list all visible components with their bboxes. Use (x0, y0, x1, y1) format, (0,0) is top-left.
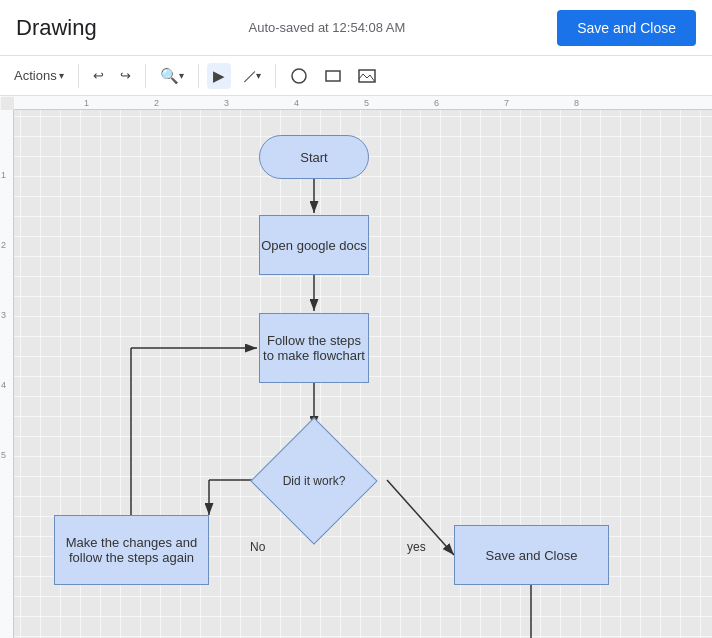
svg-rect-1 (326, 71, 340, 81)
shape-save-close-label: Save and Close (486, 548, 578, 563)
shape-decision[interactable]: Did it work? (269, 428, 359, 533)
toolbar-separator-2 (145, 64, 146, 88)
shape-icon (290, 67, 308, 85)
textbox-tool-button[interactable] (318, 63, 348, 89)
actions-label: Actions (14, 68, 57, 83)
autosave-status: Auto-saved at 12:54:08 AM (97, 20, 557, 35)
image-tool-button[interactable] (352, 63, 382, 89)
flowchart-canvas: Start Open google docs Follow the steps … (14, 110, 712, 638)
svg-point-0 (292, 69, 306, 83)
line-tool-button[interactable]: — ▾ (235, 63, 267, 88)
actions-menu-button[interactable]: Actions ▾ (8, 64, 70, 87)
shape-decision-label: Did it work? (283, 474, 346, 488)
actions-chevron-icon: ▾ (59, 70, 64, 81)
redo-icon: ↪ (120, 68, 131, 83)
select-tool-button[interactable]: ▶ (207, 63, 231, 89)
toolbar-separator-4 (275, 64, 276, 88)
save-close-button[interactable]: Save and Close (557, 10, 696, 46)
shape-make-changes[interactable]: Make the changes and follow the steps ag… (54, 515, 209, 585)
shape-open-docs-label: Open google docs (261, 238, 367, 253)
undo-icon: ↩ (93, 68, 104, 83)
shape-make-changes-label: Make the changes and follow the steps ag… (55, 535, 208, 565)
zoom-chevron-icon: ▾ (179, 70, 184, 81)
shape-follow-steps[interactable]: Follow the steps to make flowchart (259, 313, 369, 383)
shape-start-label: Start (300, 150, 327, 165)
line-icon: — (237, 64, 260, 87)
no-label: No (250, 540, 265, 554)
redo-button[interactable]: ↪ (114, 64, 137, 87)
zoom-icon: 🔍 (160, 67, 179, 85)
yes-label: yes (407, 540, 426, 554)
toolbar-separator-3 (198, 64, 199, 88)
canvas-area[interactable]: 1 2 3 4 5 6 7 8 1 2 3 4 5 (0, 96, 712, 638)
toolbar-separator-1 (78, 64, 79, 88)
textbox-icon (324, 67, 342, 85)
ruler-vertical: 1 2 3 4 5 (0, 110, 14, 638)
shape-follow-steps-label: Follow the steps to make flowchart (260, 333, 368, 363)
undo-button[interactable]: ↩ (87, 64, 110, 87)
image-icon (358, 67, 376, 85)
shape-tool-button[interactable] (284, 63, 314, 89)
shape-start[interactable]: Start (259, 135, 369, 179)
page-title: Drawing (16, 15, 97, 41)
select-icon: ▶ (213, 67, 225, 85)
zoom-button[interactable]: 🔍 ▾ (154, 63, 190, 89)
shape-save-close[interactable]: Save and Close (454, 525, 609, 585)
ruler-horizontal: 1 2 3 4 5 6 7 8 (14, 96, 712, 110)
shape-open-docs[interactable]: Open google docs (259, 215, 369, 275)
